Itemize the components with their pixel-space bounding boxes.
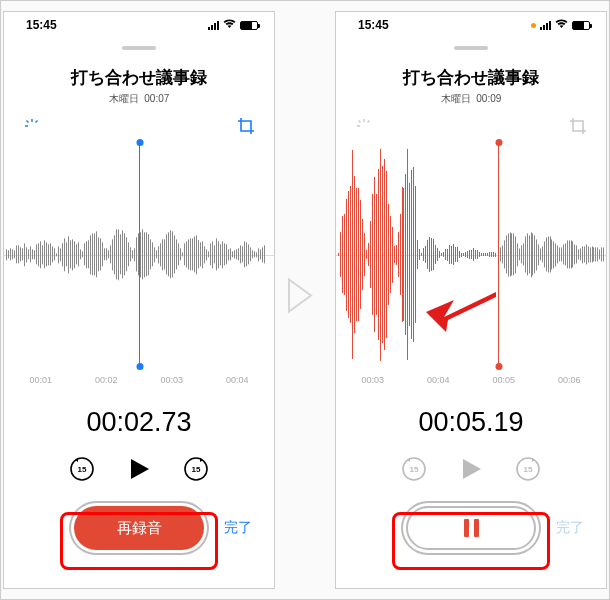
svg-text:15: 15 xyxy=(410,465,419,474)
cellular-icon xyxy=(208,21,219,30)
elapsed-timer: 00:02.73 xyxy=(4,407,274,438)
enhance-icon[interactable] xyxy=(22,116,42,136)
play-button[interactable] xyxy=(127,457,151,481)
pause-record-button[interactable] xyxy=(406,506,536,550)
battery-icon xyxy=(240,21,258,30)
svg-text:15: 15 xyxy=(192,465,201,474)
recording-indicator-icon xyxy=(531,23,536,28)
status-bar: 15:45 xyxy=(336,12,606,38)
waveform-area[interactable] xyxy=(4,142,274,367)
crop-icon xyxy=(568,116,588,136)
waveform-area[interactable] xyxy=(336,142,606,367)
recording-subtitle: 木曜日 00:09 xyxy=(336,92,606,106)
crop-icon[interactable] xyxy=(236,116,256,136)
done-button: 完了 xyxy=(556,519,584,537)
status-time: 15:45 xyxy=(358,18,389,32)
wifi-icon xyxy=(555,19,568,31)
play-button xyxy=(459,457,483,481)
svg-text:15: 15 xyxy=(524,465,533,474)
recording-title: 打ち合わせ議事録 xyxy=(4,66,274,89)
wifi-icon xyxy=(223,19,236,31)
enhance-icon xyxy=(354,116,374,136)
svg-text:15: 15 xyxy=(78,465,87,474)
time-ruler: 00:0100:0200:0300:04 xyxy=(4,375,274,385)
sheet-grabber[interactable] xyxy=(122,46,156,50)
skip-back-button: 15 xyxy=(401,456,427,482)
playhead[interactable] xyxy=(139,142,140,367)
sheet-grabber[interactable] xyxy=(454,46,488,50)
skip-back-button[interactable]: 15 xyxy=(69,456,95,482)
recording-subtitle: 木曜日 00:07 xyxy=(4,92,274,106)
skip-forward-button: 15 xyxy=(515,456,541,482)
status-bar: 15:45 xyxy=(4,12,274,38)
cellular-icon xyxy=(540,21,551,30)
time-ruler: 00:0300:0400:0500:06 xyxy=(336,375,606,385)
playhead[interactable] xyxy=(498,142,499,367)
phone-screen-after: 15:45 打ち合わせ議事録 木曜日 00:09 xyxy=(335,11,607,589)
rerecord-label: 再録音 xyxy=(117,519,162,538)
battery-icon xyxy=(572,21,590,30)
status-time: 15:45 xyxy=(26,18,57,32)
rerecord-button[interactable]: 再録音 xyxy=(74,506,204,550)
skip-forward-button[interactable]: 15 xyxy=(183,456,209,482)
phone-screen-before: 15:45 打ち合わせ議事録 木曜日 00:07 xyxy=(3,11,275,589)
pause-icon xyxy=(464,519,479,537)
recording-title: 打ち合わせ議事録 xyxy=(336,66,606,89)
done-button[interactable]: 完了 xyxy=(224,519,252,537)
transition-arrow-icon xyxy=(283,274,327,327)
elapsed-timer: 00:05.19 xyxy=(336,407,606,438)
